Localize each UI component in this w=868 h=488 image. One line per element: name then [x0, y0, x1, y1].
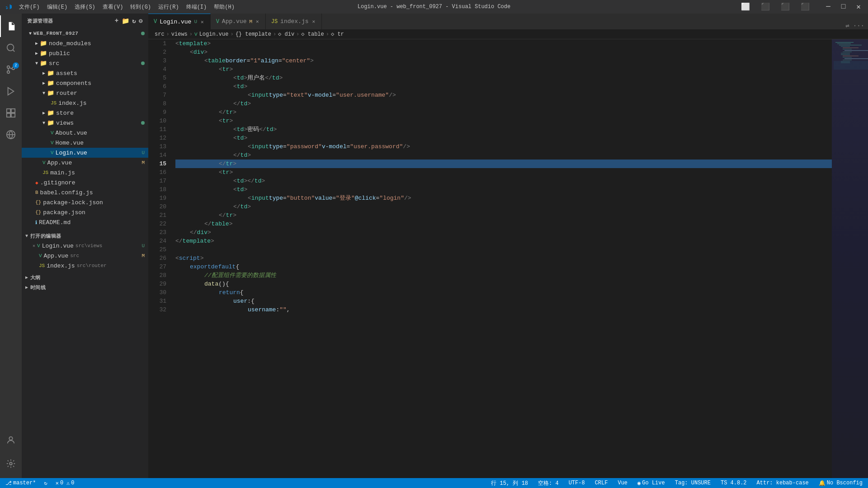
tree-babel-config[interactable]: B babel.config.js [22, 188, 148, 197]
source-control-icon[interactable]: 2 [0, 59, 22, 80]
layout2-icon[interactable]: ⬛ [798, 1, 812, 12]
folder-icon: 📁 [40, 40, 47, 47]
account-icon[interactable] [0, 429, 22, 451]
bc-div[interactable]: ◇ div [278, 31, 294, 38]
search-icon[interactable] [0, 37, 22, 59]
tree-gitignore[interactable]: ◆ .gitignore [22, 178, 148, 188]
new-file-icon[interactable]: + [115, 17, 119, 25]
chevron-right-icon: ▶ [42, 70, 45, 76]
bc-sep4: › [273, 31, 276, 38]
new-folder-icon[interactable]: 📁 [122, 17, 130, 25]
toggle-panel-icon[interactable]: ⬜ [738, 1, 753, 12]
tree-readme[interactable]: ℹ README.md [22, 217, 148, 227]
code-line-31: user:{ [175, 297, 832, 305]
tree-app-vue[interactable]: V App.vue M [22, 158, 148, 168]
bc-table[interactable]: ◇ table [301, 31, 324, 38]
tree-assets[interactable]: ▶ 📁 assets [22, 68, 148, 78]
tree-views[interactable]: ▼ 📁 views [22, 118, 148, 128]
settings-icon[interactable] [0, 453, 22, 474]
bc-views[interactable]: views [171, 31, 188, 38]
tree-about-vue[interactable]: V About.vue [22, 128, 148, 138]
title-bar-menu[interactable]: 文件(F) 编辑(E) 选择(S) 查看(V) 转到(G) 运行(R) 终端(I… [19, 3, 235, 11]
minimize-button[interactable]: ─ [823, 2, 833, 12]
menu-edit[interactable]: 编辑(E) [47, 3, 68, 11]
tree-home-vue[interactable]: V Home.vue [22, 138, 148, 148]
menu-goto[interactable]: 转到(G) [130, 3, 151, 11]
explorer-icon[interactable] [0, 15, 22, 37]
remote-explorer-icon[interactable] [0, 124, 22, 145]
tab-index-js[interactable]: JS index.js ✕ [266, 14, 322, 29]
menu-terminal[interactable]: 终端(I) [186, 3, 207, 11]
timeline-header[interactable]: ▶ 时间线 [22, 282, 148, 292]
sidebar-actions[interactable]: + 📁 ↻ ⊖ [115, 17, 143, 25]
breadcrumb: src › views › V Login.vue › {} template … [148, 29, 868, 39]
close-tab-indexjs[interactable]: ✕ [311, 18, 316, 25]
views-dot [141, 121, 145, 125]
tree-root[interactable]: ▼ WEB_FRONT_0927 [22, 28, 148, 38]
encoding[interactable]: UTF-8 [567, 478, 587, 488]
tree-public[interactable]: ▶ 📁 public [22, 48, 148, 58]
tag-status[interactable]: Tag: UNSURE [673, 478, 712, 488]
extensions-icon[interactable] [0, 102, 22, 124]
login-vue-badge: U [142, 150, 145, 155]
tree-package-lock[interactable]: {} package-lock.json [22, 197, 148, 207]
bc-tr[interactable]: ◇ tr [331, 31, 344, 38]
timeline-section: ▶ 时间线 [22, 282, 148, 292]
tree-src[interactable]: ▼ 📁 src [22, 58, 148, 68]
line-ending[interactable]: CRLF [593, 478, 610, 488]
tree-router[interactable]: ▼ 📁 router [22, 88, 148, 98]
typescript-version[interactable]: TS 4.8.2 [719, 478, 749, 488]
code-editor[interactable]: <template> <div> <table border="1" align… [171, 39, 832, 478]
menu-file[interactable]: 文件(F) [19, 3, 40, 11]
error-icon: ✕ [56, 480, 59, 487]
title-bar-controls[interactable]: ⬜ ⬛ ⬛ ⬛ ─ □ ✕ [738, 1, 863, 12]
tree-router-indexjs[interactable]: JS index.js [22, 98, 148, 108]
tab-login-vue[interactable]: V Login.vue U ✕ [148, 14, 211, 29]
tab-app-vue[interactable]: V App.vue M ✕ [211, 14, 266, 29]
menu-view[interactable]: 查看(V) [103, 3, 123, 11]
bc-template[interactable]: {} template [236, 31, 271, 38]
language-mode[interactable]: Vue [616, 478, 629, 488]
cursor-position[interactable]: 行 15, 列 18 [489, 478, 530, 488]
close-button[interactable]: ✕ [854, 1, 863, 12]
more-icon[interactable]: ··· [853, 22, 864, 29]
svg-point-3 [7, 71, 10, 74]
tree-components[interactable]: ▶ 📁 components [22, 78, 148, 88]
go-live[interactable]: ◉ Go Live [636, 478, 667, 488]
errors-warnings[interactable]: ✕ 0 ⚠ 0 [54, 478, 76, 488]
tree-store[interactable]: ▶ 📁 store [22, 108, 148, 118]
menu-help[interactable]: 帮助(H) [214, 3, 235, 11]
git-branch[interactable]: ⎇ master* [4, 478, 38, 488]
vue-file-icon: V [51, 130, 54, 136]
open-editor-login[interactable]: ✕ V Login.vue src\views U [22, 241, 148, 251]
indentation[interactable]: 空格: 4 [536, 478, 561, 488]
layout-icon[interactable]: ⬛ [778, 1, 793, 12]
close-tab-login[interactable]: ✕ [200, 19, 205, 25]
run-debug-icon[interactable] [0, 80, 22, 102]
bc-src[interactable]: src [155, 31, 165, 38]
refresh-icon[interactable]: ↻ [132, 17, 136, 25]
close-tab-app[interactable]: ✕ [255, 18, 260, 25]
split-editor-tab-icon[interactable]: ⇌ [845, 22, 849, 29]
open-editors-header[interactable]: ▼ 打开的编辑器 [22, 231, 148, 241]
tree-node-modules[interactable]: ▶ 📁 node_modules [22, 38, 148, 48]
attr-case[interactable]: Attr: kebab-case [755, 478, 811, 488]
code-line-11: <td>密码</td> [175, 125, 832, 134]
open-editor-indexjs[interactable]: JS index.js src\router [22, 261, 148, 271]
svg-rect-16 [835, 42, 854, 43]
bc-login[interactable]: Login.vue [199, 31, 229, 38]
split-editor-icon[interactable]: ⬛ [758, 1, 773, 12]
menu-select[interactable]: 选择(S) [75, 3, 95, 11]
tree-package-json[interactable]: {} package.json [22, 207, 148, 217]
tree-login-vue[interactable]: V Login.vue U [22, 148, 148, 158]
svg-rect-21 [843, 49, 852, 50]
tree-main-js[interactable]: JS main.js [22, 168, 148, 178]
notification[interactable]: 🔔 No Bsconfig [817, 478, 864, 488]
sync-icon[interactable]: ↻ [42, 478, 49, 488]
outline-header[interactable]: ▶ 大纲 [22, 272, 148, 282]
menu-run[interactable]: 运行(R) [158, 3, 179, 11]
open-editor-app[interactable]: V App.vue src M [22, 251, 148, 261]
maximize-button[interactable]: □ [839, 2, 849, 12]
close-icon[interactable]: ✕ [33, 243, 35, 249]
collapse-folders-icon[interactable]: ⊖ [139, 17, 143, 25]
